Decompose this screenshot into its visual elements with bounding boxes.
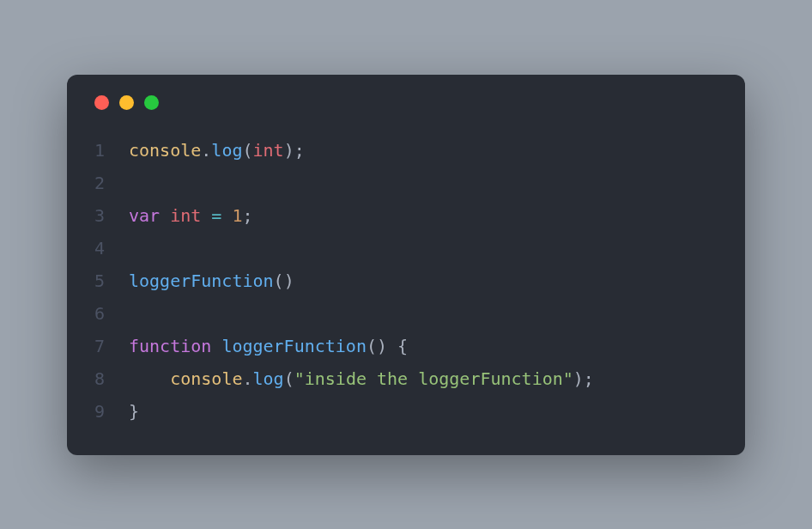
maximize-button[interactable] [144,95,159,110]
token-punct: ( [367,336,377,356]
code-editor[interactable]: 1 console.log(int); 2 3 var int = 1; 4 5… [91,134,721,428]
token-call: loggerFunction [129,271,274,291]
token-punct: . [201,140,211,161]
token-punct: ) [284,271,294,291]
token-method: log [211,140,242,161]
code-line: 2 [91,167,721,199]
token-space [221,205,232,226]
token-punct: { [397,336,408,356]
token-funcname: loggerFunction [221,336,367,356]
token-punct: ) [377,336,387,356]
code-line: 1 console.log(int); [91,134,721,167]
line-number: 2 [91,167,129,199]
line-number: 7 [91,330,129,362]
line-content: console.log(int); [129,134,305,167]
token-punct: ) [284,140,294,161]
token-object: console [129,140,201,161]
token-space [160,205,170,226]
line-number: 3 [91,199,129,232]
code-line: 8 console.log("inside the loggerFunction… [91,362,721,395]
line-number: 5 [91,264,129,297]
token-operator: = [211,205,221,226]
token-variable: int [170,205,201,226]
line-number: 8 [91,362,129,395]
window-titlebar [91,95,721,110]
line-content: } [129,395,139,428]
code-line: 9 } [91,395,721,428]
token-indent [129,368,170,389]
line-content: function loggerFunction() { [129,330,408,362]
line-number: 1 [91,134,129,167]
token-punct: ; [294,140,305,161]
line-number: 4 [91,232,129,264]
line-number: 6 [91,297,129,330]
token-keyword: function [129,336,211,356]
token-space [387,336,397,356]
token-space [201,205,211,226]
code-line: 4 [91,232,721,264]
close-button[interactable] [94,95,109,110]
line-content: loggerFunction() [129,264,294,297]
token-punct: . [242,368,252,389]
token-keyword: var [129,205,160,226]
minimize-button[interactable] [119,95,134,110]
code-line: 3 var int = 1; [91,199,721,232]
token-object: console [170,368,242,389]
token-punct: } [129,401,139,422]
line-number: 9 [91,395,129,428]
token-space [211,336,221,356]
token-punct: ( [274,271,284,291]
token-variable: int [253,140,284,161]
token-punct: ; [242,205,252,226]
token-punct: ) [573,368,584,389]
code-line: 6 [91,297,721,330]
code-line: 5 loggerFunction() [91,264,721,297]
token-punct: ( [242,140,252,161]
token-punct: ( [284,368,294,389]
code-line: 7 function loggerFunction() { [91,330,721,362]
line-content: var int = 1; [129,199,253,232]
token-string: "inside the loggerFunction" [294,368,573,389]
token-number: 1 [232,205,242,226]
token-punct: ; [584,368,594,389]
code-window: 1 console.log(int); 2 3 var int = 1; 4 5… [67,75,745,455]
line-content: console.log("inside the loggerFunction")… [129,362,594,395]
token-method: log [253,368,284,389]
